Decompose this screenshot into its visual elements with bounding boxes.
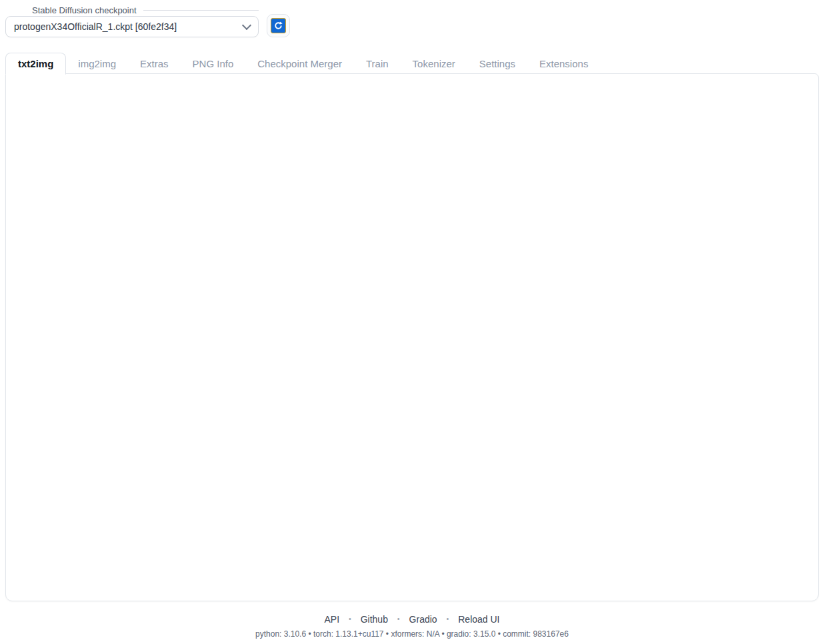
footer-separator: • [447,615,449,623]
footer-link-github[interactable]: Github [361,614,388,625]
tab-png-info[interactable]: PNG Info [181,53,246,74]
tab-tokenizer[interactable]: Tokenizer [401,53,467,74]
footer-separator: • [397,615,400,623]
tab-img2img[interactable]: img2img [66,53,128,74]
tab-txt2img[interactable]: txt2img [5,53,66,75]
refresh-icon [271,18,286,33]
footer-link-reload-ui[interactable]: Reload UI [458,614,499,625]
main-tabbar: txt2img img2img Extras PNG Info Checkpoi… [5,52,819,74]
footer-link-api[interactable]: API [324,614,339,625]
checkpoint-legend: Stable Diffusion checkpoint [5,5,259,15]
checkpoint-label: Stable Diffusion checkpoint [32,5,137,15]
sd-webui-page: Stable Diffusion checkpoint protogenX34O… [0,0,824,644]
checkpoint-dropdown[interactable]: protogenX34OfficialR_1.ckpt [60fe2f34] [5,16,259,37]
legend-line [143,10,259,11]
chevron-down-icon [242,21,251,30]
tab-extensions[interactable]: Extensions [527,53,600,74]
footer-versions: python: 3.10.6 • torch: 1.13.1+cu117 • x… [0,629,824,639]
footer-separator: • [349,615,351,623]
tab-content-panel [5,73,819,601]
tab-extras[interactable]: Extras [128,53,181,74]
tab-checkpoint-merger[interactable]: Checkpoint Merger [245,53,354,74]
tab-train[interactable]: Train [354,53,401,74]
tab-settings[interactable]: Settings [467,53,527,74]
checkpoint-value: protogenX34OfficialR_1.ckpt [60fe2f34] [14,21,243,32]
refresh-checkpoint-button[interactable] [267,14,290,37]
footer-link-gradio[interactable]: Gradio [409,614,437,625]
footer-links: API • Github • Gradio • Reload UI [0,614,824,625]
